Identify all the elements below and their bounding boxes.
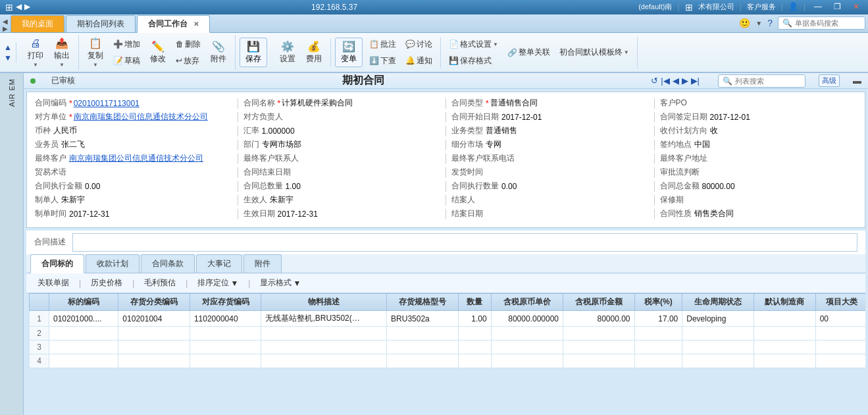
nav-down-icon[interactable]: ▼	[4, 53, 12, 63]
th-tax-rate: 税率(%)	[634, 294, 682, 311]
tab-attachments[interactable]: 附件	[243, 254, 282, 273]
th-lifecycle: 生命周期状态	[682, 294, 754, 311]
th-desc: 物料描述	[261, 294, 387, 311]
integrate-button[interactable]: 🔗 整单关联	[503, 45, 554, 60]
add-button[interactable]: ➕ 增加	[109, 37, 144, 52]
cell-spec	[387, 354, 459, 368]
discuss-button[interactable]: 💬 讨论	[401, 37, 436, 52]
close-btn[interactable]: ✕	[850, 2, 863, 13]
nav-arrow-left[interactable]: ◀	[3, 18, 8, 25]
cell-sign-date: 合同签定日期 2017-12-01	[660, 111, 857, 123]
tab-contract-list[interactable]: 期初合同列表	[66, 15, 136, 32]
exchange-rate-label: 汇率	[243, 125, 262, 136]
history-price-button[interactable]: 历史价格	[85, 275, 128, 290]
smiley-icon[interactable]: 🙂	[739, 18, 750, 28]
nav-up-icon[interactable]: ▲	[4, 43, 12, 52]
notify-button[interactable]: 🔔 通知	[401, 53, 436, 69]
nav-arrow-right[interactable]: ▶	[3, 25, 8, 32]
counterpart-value[interactable]: 南京南瑞集团公司信息通信技术分公司	[74, 111, 208, 123]
next-icon[interactable]: ▶	[682, 76, 688, 86]
integrate-icon: 🔗	[507, 48, 517, 57]
toolbar: ▲ ▼ 🖨 打印 ▼ 📤 输出 ▼ 📋 复制 ▼ ➕ 增加 📝 草稿	[0, 33, 868, 73]
desc-input[interactable]	[72, 233, 857, 252]
output-button[interactable]: 📤 输出 ▼	[49, 35, 74, 70]
cell-final-contact: 最终客户联系人	[243, 153, 441, 164]
grid-icon[interactable]: ⊞	[685, 2, 693, 13]
batch-button[interactable]: 📋 批注	[365, 37, 400, 52]
refresh-icon[interactable]: ↺	[651, 76, 658, 86]
first-icon[interactable]: |◀	[661, 76, 669, 86]
tab-desktop[interactable]: 我的桌面	[11, 15, 64, 32]
cell-amount	[563, 327, 635, 341]
tab-close-icon[interactable]: ✕	[193, 20, 199, 28]
cell-manufacturer	[753, 311, 815, 327]
tab-contract-subject[interactable]: 合同标的	[30, 254, 84, 273]
search-box[interactable]: 🔍	[778, 16, 865, 30]
form-row-2: 对方单位 * 南京南瑞集团公司信息通信技术分公司 对方负责人 合同开始日期 20…	[35, 111, 857, 123]
cell-customer-po: 客户PO	[660, 97, 857, 109]
cell-submarket: 细分市场 专网	[451, 139, 649, 150]
edit-button[interactable]: ✏️ 修改	[145, 38, 170, 67]
status-search-input[interactable]	[735, 77, 801, 85]
table-row[interactable]: 1 010201000.... 010201004 1102000040 无线基…	[30, 311, 866, 327]
attach-icon: 📎	[212, 40, 225, 53]
sort-button[interactable]: 排序定位 ▼	[191, 275, 244, 290]
table-row[interactable]: 2	[30, 327, 866, 341]
nav-forward[interactable]: ▶	[24, 2, 30, 13]
toolbar-group-print: 🖨 打印 ▼ 📤 输出 ▼	[23, 35, 79, 70]
restore-btn[interactable]: ❐	[830, 2, 844, 13]
total-amount-value: 80000.00	[702, 182, 735, 191]
advanced-button[interactable]: 高级	[819, 74, 840, 87]
display-format-button[interactable]: 显示格式 ▼	[254, 275, 307, 290]
exchange-rate-value: 1.000000	[262, 126, 295, 136]
estimate-button[interactable]: 毛利预估	[138, 275, 182, 290]
draft-button[interactable]: 📝 草稿	[109, 53, 144, 69]
download-button[interactable]: ⬇️ 下查	[365, 53, 400, 69]
customer-po-label: 客户PO	[660, 97, 690, 109]
sidebar-label[interactable]: AiR EM	[8, 78, 16, 107]
required-star4: *	[69, 113, 72, 122]
tab-contract-workbench[interactable]: 合同工作台 ✕	[137, 15, 210, 33]
submarket-label: 细分市场	[451, 139, 486, 150]
copy-button[interactable]: 📋 复制 ▼	[83, 35, 108, 70]
prev-icon[interactable]: ◀	[673, 76, 679, 86]
help-icon[interactable]: ?	[767, 18, 773, 28]
contract-no-value[interactable]: 020100117113001	[74, 99, 140, 108]
tab-milestones[interactable]: 大事记	[196, 254, 242, 273]
table-row[interactable]: 3	[30, 341, 866, 354]
settings-button[interactable]: ⚙️ 设置	[275, 38, 300, 67]
panel-toggle-icon[interactable]: ▬	[853, 76, 861, 86]
abandon-button[interactable]: ↩ 放弃	[172, 53, 205, 69]
save-button[interactable]: 💾 保存	[240, 38, 267, 67]
content-tabs: 合同标的 收款计划 合同条款 大事记 附件	[26, 254, 865, 273]
tab-bar-right: 🙂 ▼ ? 🔍	[739, 16, 865, 32]
cell-final-address: 最终客户地址	[660, 153, 857, 164]
discuss-notify-group: 💬 讨论 🔔 通知	[401, 37, 436, 69]
delete-button[interactable]: 🗑 删除	[172, 37, 205, 52]
relate-button[interactable]: 关联单据	[32, 275, 75, 290]
last-icon[interactable]: ▶|	[691, 76, 700, 86]
nav-back[interactable]: ◀	[16, 2, 22, 13]
print-button[interactable]: 🖨 打印 ▼	[23, 36, 48, 70]
divider4: |	[804, 2, 805, 13]
user-icon[interactable]: 👤	[788, 2, 798, 13]
dropdown-icon[interactable]: ▼	[755, 20, 762, 27]
attach-button[interactable]: 📎 附件	[206, 38, 231, 67]
search-input[interactable]	[795, 19, 861, 27]
sort-dropdown-icon: ▼	[230, 279, 238, 288]
tab-payment-plan[interactable]: 收款计划	[86, 254, 140, 273]
expense-button[interactable]: 💰 费用	[301, 38, 326, 67]
final-customer-value[interactable]: 南京南瑞集团公司信息通信技术分公司	[69, 153, 203, 164]
table-row[interactable]: 4	[30, 354, 866, 368]
minimize-btn[interactable]: —	[811, 2, 825, 13]
save-format-button[interactable]: 💾 保存格式	[445, 53, 502, 69]
title-bar-address: 192.168.5.37	[311, 3, 357, 12]
status-search-box[interactable]: 🔍	[718, 74, 805, 88]
cell-unit-price	[491, 327, 563, 341]
tab-contract-terms[interactable]: 合同条款	[141, 254, 195, 273]
transform-button[interactable]: 🔄 变单	[335, 38, 363, 67]
toolbar-group-settings: ⚙️ 设置 💰 费用	[275, 38, 331, 67]
required-star3: *	[486, 99, 489, 108]
default-template-button[interactable]: 初合同默认模板终 ▼	[555, 45, 633, 60]
format-settings-button[interactable]: 📄 格式设置 ▼	[445, 37, 502, 52]
